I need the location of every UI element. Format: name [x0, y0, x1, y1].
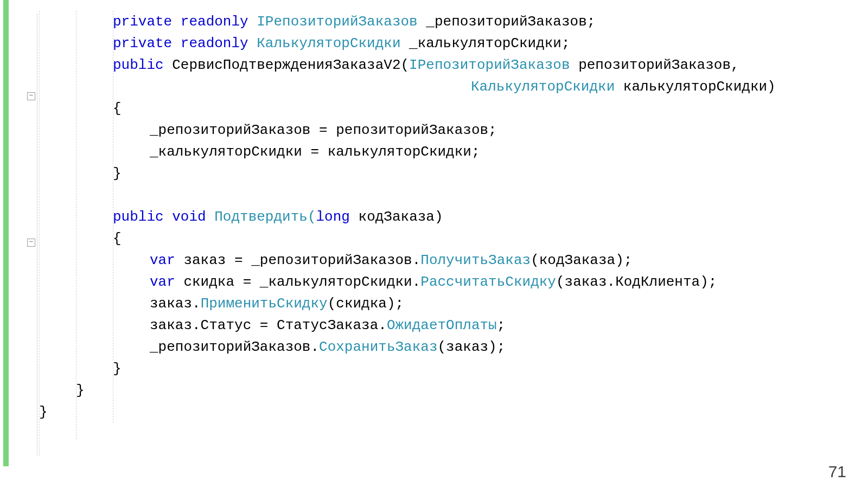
method-call: РассчитатьСкидку: [420, 274, 556, 290]
type-name: КалькуляторСкидки: [257, 35, 400, 52]
keyword: readonly: [181, 35, 248, 52]
identifier: скидка = _калькуляторСкидки.: [175, 274, 420, 290]
method-call: СохранитьЗаказ: [319, 339, 437, 355]
code-line: заказ.Статус = СтатусЗаказа.ОжидаетОплат…: [150, 314, 868, 336]
identifier: заказ.: [150, 296, 201, 312]
keyword: public: [113, 57, 164, 73]
code-line: _репозиторийЗаказов = репозиторийЗаказов…: [150, 119, 868, 141]
identifier: СервисПодтвержденияЗаказаV2(: [164, 57, 409, 73]
method-call: ПрименитьСкидку: [201, 296, 328, 312]
code-line: }: [39, 401, 864, 423]
vcs-change-indicator: [3, 0, 9, 466]
keyword: var: [150, 252, 175, 268]
page-number: 71: [828, 461, 846, 483]
identifier: ;: [497, 317, 506, 333]
identifier: _калькуляторСкидки;: [401, 35, 570, 52]
code-line: var скидка = _калькуляторСкидки.Рассчита…: [150, 271, 868, 293]
type-name: IРепозиторийЗаказов: [257, 14, 417, 30]
keyword: void: [172, 209, 206, 225]
identifier: _репозиторийЗаказов.: [150, 339, 319, 355]
identifier: заказ = _репозиторийЗаказов.: [175, 252, 420, 268]
identifier: заказ.Статус = СтатусЗаказа.: [150, 317, 387, 333]
keyword: private: [113, 14, 172, 30]
fold-toggle-icon[interactable]: −: [27, 92, 35, 100]
fold-gutter: − −: [13, 0, 28, 466]
identifier: репозиторийЗаказов,: [570, 57, 739, 73]
code-line: private readonly КалькуляторСкидки _каль…: [113, 33, 868, 54]
code-line: public void Подтвердить(long кодЗаказа): [113, 206, 868, 228]
brace: }: [76, 382, 85, 399]
code-line: КалькуляторСкидки калькуляторСкидки): [471, 76, 868, 98]
keyword: private: [113, 35, 172, 52]
identifier: (скидка);: [328, 296, 404, 312]
code-line: var заказ = _репозиторийЗаказов.Получить…: [150, 249, 868, 271]
method-call: ПолучитьЗаказ: [420, 252, 531, 268]
identifier: калькуляторСкидки): [615, 79, 775, 95]
brace: }: [113, 361, 122, 377]
code-area[interactable]: private readonly IРепозиторийЗаказов _ре…: [37, 11, 868, 488]
type-name: IРепозиторийЗаказов: [409, 57, 570, 73]
type-name: КалькуляторСкидки: [471, 79, 615, 95]
member: ОжидаетОплаты: [387, 317, 497, 333]
brace: }: [39, 404, 48, 420]
identifier: кодЗаказа): [350, 209, 443, 225]
code-line: public СервисПодтвержденияЗаказаV2(IРепо…: [113, 54, 868, 76]
keyword: var: [150, 274, 175, 290]
code-line: заказ.ПрименитьСкидку(скидка);: [150, 293, 868, 314]
code-line: private readonly IРепозиторийЗаказов _ре…: [113, 11, 868, 33]
code-editor: − − private readonly IРепозиторийЗаказов…: [0, 0, 868, 488]
identifier: (заказ);: [438, 339, 506, 355]
brace: }: [113, 165, 122, 182]
brace: {: [113, 100, 122, 117]
code-line: }: [113, 358, 868, 380]
code-line: _репозиторийЗаказов.СохранитьЗаказ(заказ…: [150, 336, 868, 358]
keyword: long: [316, 209, 350, 225]
code-line: _калькуляторСкидки = калькуляторСкидки;: [150, 141, 868, 163]
brace: {: [113, 230, 122, 247]
identifier: (заказ.КодКлиента);: [556, 274, 717, 290]
code-line: {: [113, 228, 868, 249]
identifier: (кодЗаказа);: [531, 252, 632, 268]
identifier: _калькуляторСкидки = калькуляторСкидки;: [150, 144, 480, 160]
keyword: public: [113, 209, 164, 225]
identifier: _репозиторийЗаказов = репозиторийЗаказов…: [150, 122, 497, 138]
keyword: readonly: [181, 14, 248, 30]
code-line: }: [76, 380, 868, 401]
method-name: Подтвердить(: [206, 209, 316, 225]
code-line: }: [113, 163, 868, 184]
identifier: _репозиторийЗаказов;: [418, 14, 596, 30]
fold-toggle-icon[interactable]: −: [27, 239, 35, 247]
code-line: {: [113, 98, 868, 119]
